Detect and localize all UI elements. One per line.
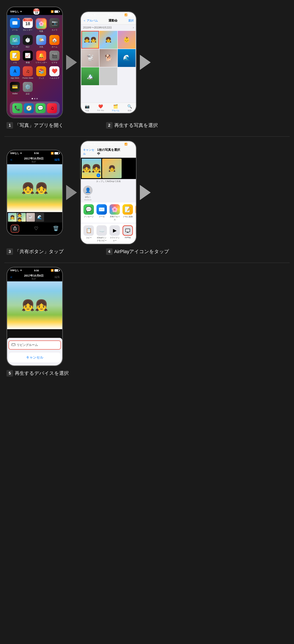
wallet-icon: 💳: [12, 84, 18, 90]
pv-edit-5[interactable]: 編集: [54, 275, 60, 279]
photo-cell-4[interactable]: 🐩: [81, 49, 99, 67]
strip-1[interactable]: 👧: [8, 213, 17, 222]
kids-photo-1: 👧👧: [82, 32, 98, 48]
photo-cell-5[interactable]: 🐕: [100, 49, 117, 67]
share-app-notes-icon: 📝: [123, 204, 133, 215]
app-icon-calendar[interactable]: 木曜日 18 カレンダー: [22, 18, 33, 33]
step1-iphone: SIMなし ▼ 木曜日 18 📶: [6, 6, 63, 118]
app-icon-weather[interactable]: 🌤️ 天気: [35, 35, 47, 48]
dock-messages[interactable]: 💬: [35, 103, 45, 113]
photo-cell-8[interactable]: [100, 67, 117, 85]
share-app-messages[interactable]: 💬 メッセージ: [83, 204, 94, 221]
app-icon-clock[interactable]: ⏱️ 時計: [22, 35, 33, 48]
photo-cell-3[interactable]: 👶: [118, 31, 136, 49]
delete-button[interactable]: 🗑️: [53, 226, 59, 232]
tab-albums[interactable]: 🗂️ アルバム: [112, 104, 120, 112]
app-icon-appstore[interactable]: Ａ App Store: [10, 66, 20, 80]
app-img-clock: ⏱️: [23, 35, 33, 45]
photo-cell-1[interactable]: 👧👧: [81, 31, 99, 49]
app-label-weather: 天気: [39, 46, 43, 48]
tab-foryou[interactable]: ❤️ For You: [97, 104, 104, 112]
app-icon-wallet[interactable]: 💳 Wallet: [10, 82, 20, 96]
status-bar-3: SIMなし ▼ 9:56 📶: [7, 150, 62, 155]
share-icon: [13, 226, 17, 230]
person-device: MacBook: [84, 199, 91, 201]
tv-icon-5: [11, 343, 15, 347]
photo-cell-6[interactable]: 🌊: [118, 49, 136, 67]
spacer-2: [81, 85, 136, 102]
photo-cell-2[interactable]: 👧: [100, 31, 117, 49]
cancel-button-5[interactable]: キャンセル: [9, 353, 60, 362]
viewer-nav-3: ＜ 2017年10月8日 9:27 編集: [7, 155, 62, 164]
strip-3[interactable]: 🐩: [26, 213, 35, 222]
clock-icon: ⏱️: [25, 37, 30, 43]
pv-date-container-5: 2017年10月8日 9:27: [13, 274, 54, 280]
app-icon-mail[interactable]: ✉️ 8 メール: [10, 18, 20, 33]
photo-cell-7[interactable]: 🏔️: [81, 67, 99, 85]
dock-safari[interactable]: 🧭: [24, 103, 34, 113]
wifi-icon: 📶: [51, 10, 54, 13]
nav-action-2[interactable]: 選択: [128, 19, 134, 22]
nav-back-2[interactable]: ＜ アルバム: [83, 19, 98, 22]
photo-inner-7: 🏔️: [81, 67, 99, 85]
share-app-mail[interactable]: ✉️ メール: [96, 204, 107, 221]
step-label-3: 3 「共有ボタン」タップ: [6, 248, 64, 255]
share-app-mail-label: メール: [99, 215, 105, 218]
step2-screen: SIMなし ▼ 9:33 📶 ＜ アルバム 運動会 選択 2018年〜2019年…: [81, 12, 136, 113]
arrow-shape-1: [66, 55, 77, 70]
action-airplay[interactable]: AirPlay: [122, 225, 133, 242]
date-num: 18: [35, 11, 38, 14]
action-icloud[interactable]: ☁️ iCloudリンクをコピー: [96, 225, 107, 242]
app-label-books: ブック: [38, 77, 44, 80]
app-icon-settings[interactable]: ⚙️ 設定: [22, 82, 33, 96]
app-icon-maps[interactable]: 🗺️ マップ: [10, 35, 20, 48]
app-icon-itunes[interactable]: ♫ iTunes Store: [22, 66, 33, 80]
share-app-pdf[interactable]: 📄 PDFを保存: [135, 204, 136, 221]
strip-4[interactable]: 🌊: [35, 213, 44, 222]
share-app-photos-album[interactable]: 🌸 共有アルバム: [109, 204, 120, 221]
dock-music[interactable]: ♫: [47, 103, 57, 113]
pv-back-5[interactable]: ＜: [9, 274, 13, 280]
living-room-label: リビングルーム: [17, 343, 38, 347]
app-label-notes: メモ: [13, 61, 17, 64]
app-icon-stocks[interactable]: 📈 株価: [22, 50, 33, 64]
phone-icon: 📞: [14, 106, 20, 111]
app-icon-camera[interactable]: 📷 カメラ: [49, 18, 60, 33]
tab-photos[interactable]: 📷 写真: [85, 104, 90, 112]
photo-app: ＜ アルバム 運動会 選択 2018年〜2019年6月22日 › 👧👧: [81, 17, 136, 113]
app-icon-photos[interactable]: 🌸 写真: [35, 18, 47, 33]
app-icon-books[interactable]: 📚 ブック: [35, 66, 47, 80]
status-bar-4: SIMなし ▼ 9:56 📶: [81, 141, 136, 146]
pv-edit-3[interactable]: 編集: [54, 158, 60, 162]
notes-icon: 📝: [12, 53, 18, 58]
app-icon-reminder[interactable]: 🔔 リマインダー: [35, 50, 47, 64]
app-icon-notes[interactable]: 📝 メモ: [10, 50, 20, 64]
health-icon: ❤️: [52, 68, 57, 74]
share-header-4: キャンセル 1枚の写真を選択中: [81, 146, 136, 158]
app-icon-videos[interactable]: 🎬 ビデオ: [49, 50, 60, 64]
app-img-appstore: Ａ: [10, 66, 20, 76]
nav-title-2: 運動会: [108, 19, 118, 22]
app-icon-home[interactable]: 🏠 ホーム: [49, 35, 60, 48]
share-action-row: 📋 コピー ☁️ iCloudリンクをコピー ▶ スライドショー: [81, 224, 136, 244]
photos-icon: 🌸: [39, 21, 44, 26]
label-cell-5: 5 再生するデバイスを選択: [6, 368, 288, 381]
share-cancel-btn[interactable]: キャンセル: [83, 148, 97, 156]
pv-back-3[interactable]: ＜: [9, 157, 13, 162]
app-icon-health[interactable]: ❤️ ヘルスケア: [49, 66, 60, 80]
share-app-mail-icon: ✉️: [97, 204, 107, 215]
share-app-notes-add[interactable]: 📝 メモに追加: [122, 204, 133, 221]
action-album-add[interactable]: ＋ アルバム追加: [135, 225, 136, 242]
dock-phone[interactable]: 📞: [12, 103, 22, 113]
device-item-living-room[interactable]: リビングルーム: [8, 340, 61, 350]
action-copy[interactable]: 📋 コピー: [83, 225, 94, 242]
app-label-health: ヘルスケア: [50, 77, 59, 80]
person-avatar[interactable]: 👤 はなこ MacBook: [83, 186, 93, 201]
strip-2[interactable]: 👧👧: [17, 213, 26, 222]
slideshow-label: スライドショー: [109, 236, 120, 242]
tab-search[interactable]: 🔍 検索: [127, 104, 132, 112]
like-button[interactable]: ♡: [34, 226, 38, 232]
app-label-clock: 時計: [26, 46, 30, 48]
action-slideshow[interactable]: ▶ スライドショー: [109, 225, 120, 242]
share-button[interactable]: [11, 225, 19, 233]
